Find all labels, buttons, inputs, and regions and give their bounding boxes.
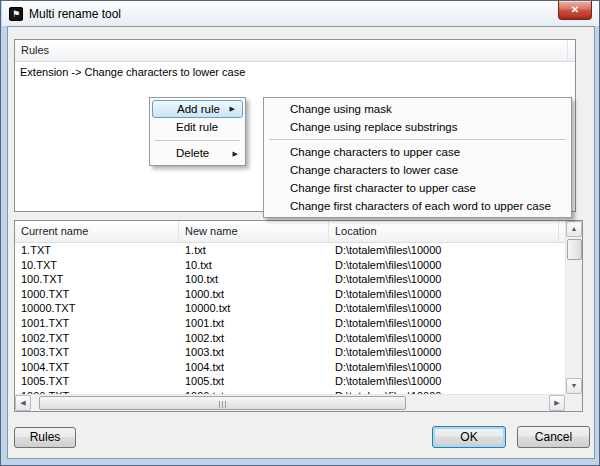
cell-new-name: 1003.txt bbox=[180, 345, 330, 360]
cell-location: D:\totalem\files\10000 bbox=[330, 301, 560, 316]
menu-item-change-using-mask[interactable]: Change using mask bbox=[264, 100, 571, 118]
cell-new-name: 1005.txt bbox=[180, 374, 330, 389]
cell-new-name: 1001.txt bbox=[180, 316, 330, 331]
cell-current-name: 10000.TXT bbox=[16, 301, 180, 316]
table-row[interactable]: 1004.TXT1004.txtD:\totalem\files\10000 bbox=[16, 360, 566, 375]
horizontal-scroll-thumb[interactable] bbox=[39, 396, 406, 410]
menu-item-change-first-characters-of-each-word-to-upper-case[interactable]: Change first characters of each word to … bbox=[264, 197, 571, 215]
cell-current-name: 1004.TXT bbox=[16, 360, 180, 375]
titlebar[interactable]: ⚑ Multi rename tool ✕ bbox=[2, 1, 600, 26]
rules-context-menu: Add rule▶Edit ruleDelete▶ bbox=[149, 97, 246, 166]
vertical-scroll-thumb[interactable] bbox=[567, 239, 582, 260]
window-title: Multi rename tool bbox=[29, 7, 121, 21]
column-header-current-name[interactable]: Current name bbox=[15, 221, 179, 242]
cell-current-name: 1000.TXT bbox=[16, 287, 180, 302]
scroll-up-button[interactable]: ▲ bbox=[566, 221, 582, 237]
table-row[interactable]: 1002.TXT1002.txtD:\totalem\files\10000 bbox=[16, 331, 566, 346]
menu-item-label: Delete bbox=[176, 147, 209, 159]
cell-location: D:\totalem\files\10000 bbox=[330, 316, 560, 331]
menu-item-change-characters-to-upper-case[interactable]: Change characters to upper case bbox=[264, 143, 571, 161]
cell-new-name: 10.txt bbox=[180, 258, 330, 273]
menu-item-label: Change first character to upper case bbox=[290, 182, 476, 194]
menu-item-change-using-replace-substrings[interactable]: Change using replace substrings bbox=[264, 118, 571, 136]
menu-item-edit-rule[interactable]: Edit rule bbox=[150, 118, 245, 137]
table-row[interactable]: 10.TXT10.txtD:\totalem\files\10000 bbox=[16, 258, 566, 273]
table-row[interactable]: 1.TXT1.txtD:\totalem\files\10000 bbox=[16, 243, 566, 258]
cell-current-name: 1003.TXT bbox=[16, 345, 180, 360]
cancel-button[interactable]: Cancel bbox=[517, 426, 590, 448]
add-rule-submenu: Change using maskChange using replace su… bbox=[263, 97, 572, 218]
files-panel-header: Current name New name Location bbox=[15, 221, 582, 243]
rules-button[interactable]: Rules bbox=[14, 427, 76, 448]
cell-location: D:\totalem\files\10000 bbox=[330, 345, 560, 360]
menu-item-label: Change characters to lower case bbox=[290, 164, 458, 176]
menu-item-change-characters-to-lower-case[interactable]: Change characters to lower case bbox=[264, 161, 571, 179]
menu-separator bbox=[155, 140, 240, 141]
dialog-client-area: Rules Extension -> Change characters to … bbox=[7, 26, 595, 459]
vertical-scrollbar[interactable]: ▲ ▼ bbox=[565, 221, 582, 394]
cell-current-name: 1005.TXT bbox=[16, 374, 180, 389]
cell-location: D:\totalem\files\10000 bbox=[330, 258, 560, 273]
close-button[interactable]: ✕ bbox=[558, 1, 592, 20]
scroll-left-button[interactable]: ◀ bbox=[15, 395, 31, 411]
cell-location: D:\totalem\files\10000 bbox=[330, 374, 560, 389]
cell-location: D:\totalem\files\10000 bbox=[330, 287, 560, 302]
cell-location: D:\totalem\files\10000 bbox=[330, 331, 560, 346]
scroll-thumb-grip bbox=[218, 401, 227, 408]
cell-new-name: 100.txt bbox=[180, 272, 330, 287]
menu-item-label: Change first characters of each word to … bbox=[290, 200, 551, 212]
menu-item-change-first-character-to-upper-case[interactable]: Change first character to upper case bbox=[264, 179, 571, 197]
cell-current-name: 100.TXT bbox=[16, 272, 180, 287]
table-row[interactable]: 1000.TXT1000.txtD:\totalem\files\10000 bbox=[16, 287, 566, 302]
scroll-right-button[interactable]: ▶ bbox=[549, 395, 565, 411]
multi-rename-tool-window: ⚑ Multi rename tool ✕ Rules Extension ->… bbox=[0, 0, 600, 466]
table-row[interactable]: 1003.TXT1003.txtD:\totalem\files\10000 bbox=[16, 345, 566, 360]
table-row[interactable]: 100.TXT100.txtD:\totalem\files\10000 bbox=[16, 272, 566, 287]
menu-item-label: Add rule bbox=[177, 103, 220, 115]
scroll-left-icon: ◀ bbox=[16, 396, 30, 410]
scroll-down-icon: ▼ bbox=[567, 379, 581, 393]
cell-location: D:\totalem\files\10000 bbox=[330, 272, 560, 287]
scroll-right-icon: ▶ bbox=[550, 396, 564, 410]
menu-item-label: Edit rule bbox=[176, 121, 218, 133]
scroll-down-button[interactable]: ▼ bbox=[566, 378, 582, 394]
submenu-arrow-icon: ▶ bbox=[233, 144, 238, 163]
menu-item-label: Change using mask bbox=[290, 103, 392, 115]
table-row[interactable]: 1001.TXT1001.txtD:\totalem\files\10000 bbox=[16, 316, 566, 331]
rule-list-item[interactable]: Extension -> Change characters to lower … bbox=[15, 62, 575, 82]
rules-panel-header: Rules bbox=[15, 40, 575, 62]
scrollbar-corner bbox=[565, 394, 582, 411]
menu-item-delete[interactable]: Delete▶ bbox=[150, 144, 245, 163]
menu-separator bbox=[269, 139, 566, 140]
cell-location: D:\totalem\files\10000 bbox=[330, 243, 560, 258]
scroll-up-icon: ▲ bbox=[567, 222, 581, 236]
file-rows: 1.TXT1.txtD:\totalem\files\1000010.TXT10… bbox=[16, 243, 566, 394]
menu-item-label: Change characters to upper case bbox=[290, 146, 460, 158]
cell-new-name: 1000.txt bbox=[180, 287, 330, 302]
cell-location: D:\totalem\files\10000 bbox=[330, 360, 560, 375]
cell-current-name: 1001.TXT bbox=[16, 316, 180, 331]
column-header-location[interactable]: Location bbox=[329, 221, 559, 242]
app-icon: ⚑ bbox=[9, 7, 23, 21]
menu-item-label: Change using replace substrings bbox=[290, 121, 458, 133]
cell-new-name: 1002.txt bbox=[180, 331, 330, 346]
horizontal-scrollbar[interactable]: ◀ ▶ bbox=[15, 394, 565, 411]
cell-current-name: 10.TXT bbox=[16, 258, 180, 273]
submenu-arrow-icon: ▶ bbox=[230, 101, 235, 117]
cell-new-name: 1.txt bbox=[180, 243, 330, 258]
ok-button[interactable]: OK bbox=[432, 426, 506, 448]
rules-header-filler bbox=[568, 40, 575, 61]
cell-new-name: 1004.txt bbox=[180, 360, 330, 375]
files-panel: Current name New name Location 1.TXT1.tx… bbox=[14, 220, 583, 412]
cell-new-name: 10000.txt bbox=[180, 301, 330, 316]
cell-current-name: 1002.TXT bbox=[16, 331, 180, 346]
menu-item-add-rule[interactable]: Add rule▶ bbox=[152, 100, 243, 118]
table-row[interactable]: 1005.TXT1005.txtD:\totalem\files\10000 bbox=[16, 374, 566, 389]
cell-current-name: 1.TXT bbox=[16, 243, 180, 258]
table-row[interactable]: 10000.TXT10000.txtD:\totalem\files\10000 bbox=[16, 301, 566, 316]
rules-column-header[interactable]: Rules bbox=[15, 40, 568, 61]
column-header-new-name[interactable]: New name bbox=[179, 221, 329, 242]
